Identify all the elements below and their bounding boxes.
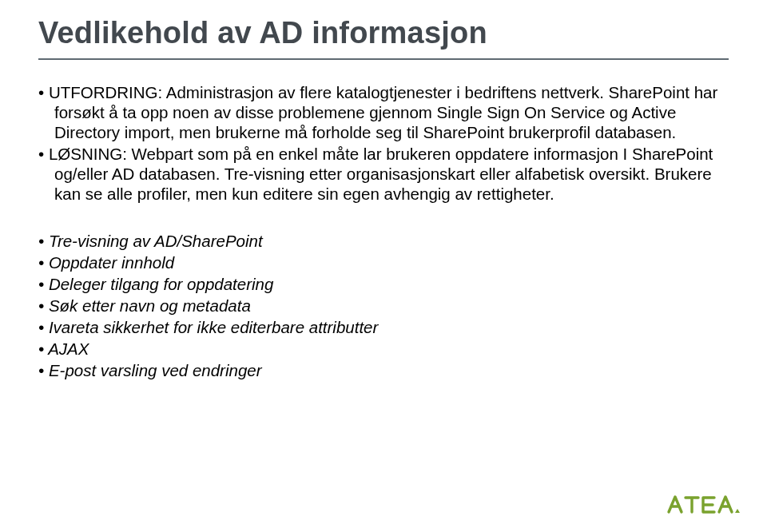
list-item: LØSNING: Webpart som på en enkel måte la…	[38, 144, 729, 204]
list-item-text: Deleger tilgang for oppdatering	[49, 275, 274, 293]
title-divider	[38, 58, 729, 60]
list-item: Søk etter navn og metadata	[38, 296, 729, 316]
list-item: E-post varsling ved endringer	[38, 360, 729, 380]
list-item: Ivareta sikkerhet for ikke editerbare at…	[38, 317, 729, 337]
feature-bullet-list: Tre-visning av AD/SharePoint Oppdater in…	[38, 231, 729, 380]
list-item: Tre-visning av AD/SharePoint	[38, 231, 729, 251]
main-bullet-list: UTFORDRING: Administrasjon av flere kata…	[38, 82, 729, 204]
list-item: AJAX	[38, 339, 729, 359]
list-item-text: Søk etter navn og metadata	[49, 296, 251, 315]
list-item: Deleger tilgang for oppdatering	[38, 274, 729, 294]
list-item: UTFORDRING: Administrasjon av flere kata…	[38, 82, 729, 142]
list-item-text: UTFORDRING: Administrasjon av flere kata…	[49, 83, 717, 141]
slide-content: UTFORDRING: Administrasjon av flere kata…	[38, 82, 729, 380]
list-item-text: Tre-visning av AD/SharePoint	[49, 232, 263, 250]
list-item-text: AJAX	[48, 339, 89, 358]
list-item-text: Oppdater innhold	[49, 253, 174, 272]
list-item-text: E-post varsling ved endringer	[49, 361, 262, 379]
atea-logo-icon	[666, 494, 740, 514]
atea-logo	[666, 494, 740, 514]
page-title: Vedlikehold av AD informasjon	[38, 16, 729, 55]
list-item-text: LØSNING: Webpart som på en enkel måte la…	[49, 145, 713, 203]
list-item-text: Ivareta sikkerhet for ikke editerbare at…	[49, 318, 378, 336]
slide: Vedlikehold av AD informasjon UTFORDRING…	[0, 0, 767, 532]
list-item: Oppdater innhold	[38, 252, 729, 272]
